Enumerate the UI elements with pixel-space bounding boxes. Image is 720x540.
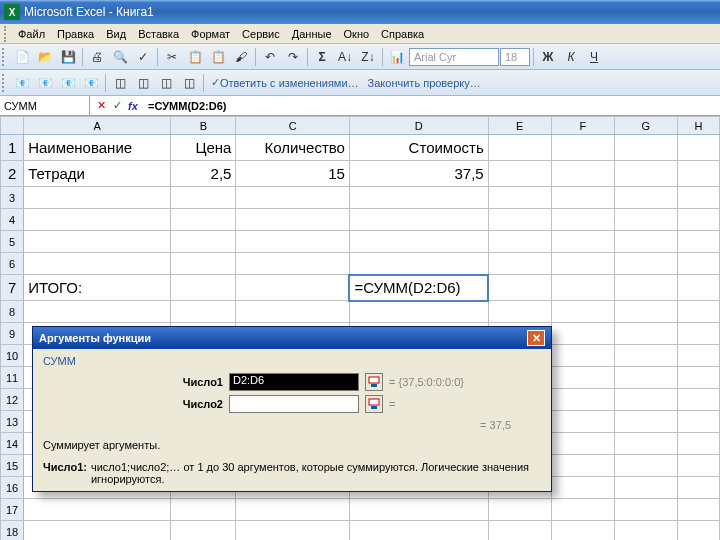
cell-H13[interactable] [677,411,719,433]
col-header-a[interactable]: A [24,117,171,135]
undo-button[interactable]: ↶ [259,46,281,68]
cell-E5[interactable] [488,231,551,253]
cell-C2[interactable]: 15 [236,161,350,187]
grip-icon[interactable] [4,26,10,42]
paste-button[interactable]: 📋 [207,46,229,68]
cell-D2[interactable]: 37,5 [349,161,488,187]
col-header-e[interactable]: E [488,117,551,135]
col-header-b[interactable]: B [171,117,236,135]
col-header-f[interactable]: F [551,117,614,135]
cell-C1[interactable]: Количество [236,135,350,161]
cell-F14[interactable] [551,433,614,455]
cell-G13[interactable] [614,411,677,433]
cell-G3[interactable] [614,187,677,209]
col-header-d[interactable]: D [349,117,488,135]
cell-G17[interactable] [614,499,677,521]
redo-button[interactable]: ↷ [282,46,304,68]
cell-A6[interactable] [24,253,171,275]
menu-tools[interactable]: Сервис [236,26,286,42]
cell-B5[interactable] [171,231,236,253]
row-header-6[interactable]: 6 [1,253,24,275]
cell-C6[interactable] [236,253,350,275]
row-header-15[interactable]: 15 [1,455,24,477]
cell-E6[interactable] [488,253,551,275]
cancel-icon[interactable]: ✕ [94,99,108,113]
cell-D3[interactable] [349,187,488,209]
grip-icon[interactable] [2,74,8,92]
underline-button[interactable]: Ч [583,46,605,68]
cell-H11[interactable] [677,367,719,389]
bold-button[interactable]: Ж [537,46,559,68]
row-header-2[interactable]: 2 [1,161,24,187]
row-header-14[interactable]: 14 [1,433,24,455]
cell-G12[interactable] [614,389,677,411]
menu-insert[interactable]: Вставка [132,26,185,42]
cell-D1[interactable]: Стоимость [349,135,488,161]
cell-E3[interactable] [488,187,551,209]
cell-H17[interactable] [677,499,719,521]
cell-F4[interactable] [551,209,614,231]
menu-window[interactable]: Окно [338,26,376,42]
cell-B6[interactable] [171,253,236,275]
menu-edit[interactable]: Правка [51,26,100,42]
cell-B8[interactable] [171,301,236,323]
cell-H4[interactable] [677,209,719,231]
print-button[interactable]: 🖨 [86,46,108,68]
range-selector-icon[interactable] [365,373,383,391]
cell-E1[interactable] [488,135,551,161]
cell-A7[interactable]: ИТОГО: [24,275,171,301]
arg2-input[interactable] [229,395,359,413]
cell-B1[interactable]: Цена [171,135,236,161]
cell-A5[interactable] [24,231,171,253]
row-header-16[interactable]: 16 [1,477,24,499]
font-selector[interactable]: Arial Cyr [409,48,499,66]
font-size-selector[interactable]: 18 [500,48,530,66]
cell-G4[interactable] [614,209,677,231]
grip-icon[interactable] [2,48,8,66]
sort-desc-button[interactable]: Z↓ [357,46,379,68]
cell-B18[interactable] [171,521,236,541]
cell-H10[interactable] [677,345,719,367]
menu-data[interactable]: Данные [286,26,338,42]
cell-C5[interactable] [236,231,350,253]
cell-F3[interactable] [551,187,614,209]
sum-button[interactable]: Σ [311,46,333,68]
cell-C7[interactable] [236,275,350,301]
copy-button[interactable]: 📋 [184,46,206,68]
row-header-13[interactable]: 13 [1,411,24,433]
cell-H1[interactable] [677,135,719,161]
row-header-8[interactable]: 8 [1,301,24,323]
cell-E7[interactable] [488,275,551,301]
toolbar-icon[interactable]: ◫ [178,72,200,94]
cell-F11[interactable] [551,367,614,389]
formula-input[interactable]: =СУММ(D2:D6) [144,100,720,112]
close-icon[interactable]: ✕ [527,330,545,346]
toolbar-icon[interactable]: 📧 [34,72,56,94]
cell-A1[interactable]: Наименование [24,135,171,161]
cell-G15[interactable] [614,455,677,477]
cell-H5[interactable] [677,231,719,253]
cell-G5[interactable] [614,231,677,253]
cell-G18[interactable] [614,521,677,541]
italic-button[interactable]: К [560,46,582,68]
cell-D17[interactable] [349,499,488,521]
cell-G16[interactable] [614,477,677,499]
cell-H3[interactable] [677,187,719,209]
cell-A8[interactable] [24,301,171,323]
dialog-titlebar[interactable]: Аргументы функции ✕ [33,327,551,349]
cell-D5[interactable] [349,231,488,253]
row-header-5[interactable]: 5 [1,231,24,253]
cell-B2[interactable]: 2,5 [171,161,236,187]
cell-B17[interactable] [171,499,236,521]
cell-A2[interactable]: Тетради [24,161,171,187]
cell-H6[interactable] [677,253,719,275]
cell-E4[interactable] [488,209,551,231]
row-header-4[interactable]: 4 [1,209,24,231]
cell-G11[interactable] [614,367,677,389]
menu-help[interactable]: Справка [375,26,430,42]
row-header-1[interactable]: 1 [1,135,24,161]
cell-C3[interactable] [236,187,350,209]
cell-D6[interactable] [349,253,488,275]
cell-F6[interactable] [551,253,614,275]
name-box[interactable]: СУММ [0,96,90,115]
